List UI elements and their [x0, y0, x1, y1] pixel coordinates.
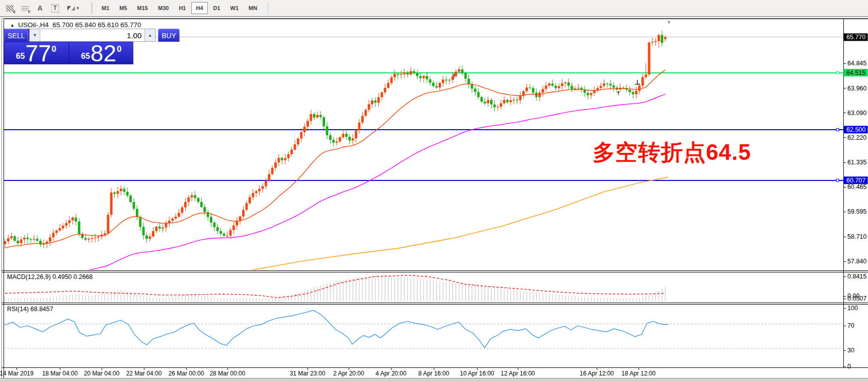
volume-increase-button[interactable]: ▲	[144, 29, 155, 41]
timeframe-button-h1[interactable]: H1	[174, 2, 190, 14]
svg-text:63.090: 63.090	[847, 110, 866, 117]
svg-text:62.500: 62.500	[846, 126, 865, 133]
toolbar-drag-handle[interactable]	[91, 3, 93, 14]
collapse-triangle-icon[interactable]: ▲	[10, 23, 15, 28]
timeframe-button-h4[interactable]: H4	[191, 2, 207, 14]
svg-text:10 Apr 16:00: 10 Apr 16:00	[460, 370, 494, 377]
svg-text:12 Apr 16:00: 12 Apr 16:00	[501, 370, 535, 377]
text-label-tool-button[interactable]: A	[33, 2, 47, 15]
mt4-terminal: 64.84563.96063.09062.22061.33560.46559.5…	[0, 0, 868, 381]
svg-text:59.595: 59.595	[847, 208, 866, 215]
channel-letter: E	[13, 10, 16, 14]
chart-object-marker: †	[617, 90, 620, 96]
buy-button[interactable]: BUY	[158, 29, 180, 42]
toolbar: E F A T ▼ M1M5M15M30H1H4D1W1MN	[0, 0, 868, 17]
svg-text:22 Mar 04:00: 22 Mar 04:00	[126, 370, 162, 377]
svg-text:30: 30	[847, 347, 854, 354]
svg-text:60.707: 60.707	[846, 177, 865, 184]
svg-text:26 Mar 00:00: 26 Mar 00:00	[169, 370, 204, 377]
svg-text:4 Apr 20:00: 4 Apr 20:00	[375, 370, 407, 377]
svg-text:100: 100	[847, 305, 858, 312]
one-click-trading-panel: SELL ▼ ▲ BUY 65 77 0 65 82 0	[4, 29, 133, 64]
svg-text:0.8415: 0.8415	[847, 273, 866, 280]
svg-text:64.845: 64.845	[847, 60, 866, 67]
buy-price-display[interactable]: 65 82 0	[69, 42, 134, 64]
svg-text:0.0507: 0.0507	[847, 295, 866, 302]
fibonacci-letter: F	[28, 10, 31, 14]
svg-text:65.770: 65.770	[846, 34, 865, 41]
svg-text:64.515: 64.515	[846, 69, 865, 76]
svg-text:18 Apr 12:00: 18 Apr 12:00	[621, 370, 656, 377]
text-label-icon: A	[37, 4, 42, 12]
svg-text:2 Apr 20:00: 2 Apr 20:00	[333, 370, 364, 377]
svg-text:62.220: 62.220	[847, 134, 866, 141]
chart-title: ▲ USOil-,H4 65.700 65.840 65.610 65.770	[10, 21, 141, 29]
svg-text:18 Mar 04:00: 18 Mar 04:00	[42, 370, 78, 377]
svg-text:60.465: 60.465	[847, 183, 866, 190]
sell-price-sup: 0	[52, 44, 56, 54]
timeframe-group: M1M5M15M30H1H4D1W1MN	[97, 2, 263, 14]
svg-text:63.960: 63.960	[847, 85, 866, 92]
svg-text:28 Mar 00:00: 28 Mar 00:00	[210, 370, 246, 377]
chevron-down-icon: ▼	[76, 6, 80, 11]
timeframe-button-m5[interactable]: M5	[115, 2, 131, 14]
symbol-ohlc-text: USOil-,H4 65.700 65.840 65.610 65.770	[18, 21, 141, 29]
sell-price-big: 77	[25, 43, 51, 63]
svg-text:20 Mar 04:00: 20 Mar 04:00	[84, 370, 120, 377]
rsi-label: RSI(14) 68.8457	[7, 306, 53, 313]
svg-text:70: 70	[847, 322, 854, 329]
svg-text:16 Apr 12:00: 16 Apr 12:00	[580, 370, 614, 377]
volume-input[interactable]	[40, 29, 144, 41]
timeframe-button-m30[interactable]: M30	[153, 2, 173, 14]
buy-price-sup: 0	[117, 44, 121, 54]
buy-price-big: 82	[91, 43, 116, 63]
chart-object-marker: ⊥	[635, 79, 640, 85]
text-icon: T	[51, 4, 59, 13]
svg-text:0: 0	[847, 363, 851, 370]
timeframe-button-d1[interactable]: D1	[209, 2, 225, 14]
svg-text:61.335: 61.335	[847, 159, 866, 166]
svg-text:31 Mar 23:00: 31 Mar 23:00	[290, 370, 326, 377]
macd-label: MACD(12,26,9) 0.4950 0.2668	[7, 273, 93, 280]
chart-object-marker: ▼	[666, 20, 672, 25]
svg-text:58.710: 58.710	[847, 233, 866, 240]
timeframe-button-m1[interactable]: M1	[97, 2, 114, 14]
buy-price-prefix: 65	[81, 52, 90, 61]
sell-button[interactable]: SELL	[4, 29, 28, 42]
equidistant-channel-tool-button[interactable]: E	[3, 2, 17, 15]
text-tool-button[interactable]: T	[48, 2, 62, 15]
toolbar-separator	[268, 2, 268, 15]
timeframe-button-mn[interactable]: MN	[244, 2, 262, 14]
trader-annotation[interactable]: 多空转折点64.5	[593, 138, 751, 167]
arrows-icon	[67, 6, 75, 11]
svg-text:8 Apr 16:00: 8 Apr 16:00	[418, 370, 449, 377]
sell-price-display[interactable]: 65 77 0	[4, 42, 68, 64]
fibonacci-tool-button[interactable]: F	[18, 2, 32, 15]
timeframe-button-w1[interactable]: W1	[226, 2, 244, 14]
fibonacci-icon	[21, 6, 29, 11]
arrows-tool-button[interactable]: ▼	[63, 2, 84, 15]
svg-text:14 Mar 2019: 14 Mar 2019	[0, 370, 34, 377]
svg-text:57.840: 57.840	[847, 258, 866, 265]
sell-price-prefix: 65	[16, 52, 25, 61]
volume-decrease-button[interactable]: ▼	[30, 29, 40, 41]
chart-object-marker: †	[452, 73, 455, 79]
timeframe-button-m15[interactable]: M15	[133, 2, 152, 14]
